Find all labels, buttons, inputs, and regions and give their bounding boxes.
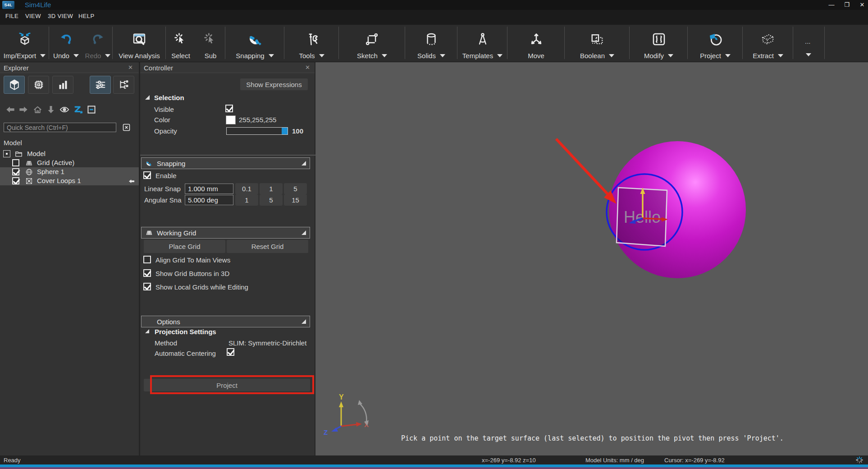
tab-analysis[interactable]: [52, 76, 73, 94]
tree-item-label[interactable]: Model: [27, 150, 46, 157]
forward-arrow-icon[interactable]: [18, 104, 29, 115]
tab-simulation[interactable]: [28, 76, 49, 94]
align-grid-checkbox[interactable]: [143, 256, 151, 263]
eye-icon[interactable]: [59, 104, 70, 115]
reset-grid-button[interactable]: Reset Grid: [227, 240, 308, 253]
tree-row-model[interactable]: Model: [0, 149, 139, 158]
toolbar-boolean[interactable]: Boolean: [580, 25, 614, 62]
toolbar-snapping[interactable]: Snapping: [236, 25, 274, 62]
toolbar-solids[interactable]: Solids: [417, 25, 445, 62]
chevron-down-icon[interactable]: [497, 54, 503, 57]
expander-icon[interactable]: [3, 150, 10, 157]
angular-preset-1-button[interactable]: 1: [235, 194, 258, 206]
toolbar-move[interactable]: Move: [528, 25, 544, 62]
maximize-button[interactable]: ❐: [842, 0, 852, 9]
group-collapse-icon[interactable]: [302, 319, 306, 324]
show-expressions-button[interactable]: Show Expressions: [240, 78, 308, 90]
section-collapse-icon[interactable]: [145, 95, 150, 100]
orientation-triad[interactable]: Y X Z: [324, 393, 369, 436]
angular-snap-input[interactable]: [185, 195, 233, 205]
chevron-down-icon[interactable]: [668, 54, 673, 57]
close-icon[interactable]: ✕: [305, 64, 310, 71]
tree-row-cover-loops[interactable]: Cover Loops 1: [0, 176, 139, 185]
tree-row-grid[interactable]: Grid (Active): [0, 158, 139, 167]
toolbar-sketch[interactable]: Sketch: [357, 25, 387, 62]
working-grid-group-header[interactable]: Working Grid: [141, 227, 310, 239]
show-local-grids-checkbox[interactable]: [143, 283, 151, 290]
method-value[interactable]: SLIM: Symmetric-Dirichlet: [228, 339, 306, 347]
group-collapse-icon[interactable]: [302, 161, 306, 166]
angular-preset-15-button[interactable]: 15: [284, 194, 307, 206]
overflow-dots[interactable]: ...: [805, 37, 811, 45]
chevron-down-icon[interactable]: [382, 54, 387, 57]
toolbar-sub-select[interactable]: Sub: [196, 25, 225, 62]
group-collapse-icon[interactable]: [302, 230, 306, 235]
tab-properties-tree[interactable]: [113, 76, 134, 94]
toolbar-undo[interactable]: Undo: [49, 25, 83, 62]
options-group-header[interactable]: Options: [141, 316, 310, 327]
snapping-group-header[interactable]: Snapping: [141, 157, 310, 169]
toolbar-modify[interactable]: Modify: [644, 25, 673, 62]
show-grid-buttons-checkbox[interactable]: [143, 269, 151, 277]
menu-file[interactable]: FILE: [5, 13, 18, 19]
chevron-down-icon[interactable]: [440, 54, 445, 57]
toolbar-imp-export[interactable]: Imp/Export: [4, 25, 46, 62]
chevron-down-icon[interactable]: [269, 54, 274, 57]
chevron-down-icon[interactable]: [778, 54, 783, 57]
chevron-down-icon[interactable]: [319, 54, 324, 57]
collapse-box-icon[interactable]: [86, 104, 97, 115]
angular-preset-5-button[interactable]: 5: [260, 194, 283, 206]
color-swatch[interactable]: [226, 115, 236, 124]
visible-checkbox[interactable]: [225, 105, 233, 112]
toolbar-select[interactable]: Select: [166, 25, 196, 62]
menu-bar: FILE VIEW 3D VIEW HELP: [0, 10, 868, 25]
visibility-checkbox[interactable]: [12, 168, 19, 175]
toolbar-templates[interactable]: Templates: [462, 25, 503, 62]
visibility-checkbox[interactable]: [12, 177, 19, 184]
tree-row-sphere[interactable]: Sphere 1: [0, 167, 139, 176]
close-button[interactable]: ✕: [857, 0, 867, 9]
section-collapse-icon[interactable]: [145, 329, 149, 333]
tree-item-label[interactable]: Sphere 1: [37, 168, 64, 175]
zoom-z-icon[interactable]: [73, 104, 84, 115]
linear-snap-input[interactable]: [185, 184, 233, 194]
chevron-down-icon[interactable]: [609, 54, 614, 57]
grid-icon: [145, 229, 153, 237]
viewport-3d[interactable]: Hello Y X Z Pick a point on the target s…: [315, 62, 868, 455]
toolbar-tools[interactable]: Tools: [299, 25, 324, 62]
linear-preset-5-button[interactable]: 5: [284, 183, 307, 194]
snapping-enable-checkbox[interactable]: [143, 171, 151, 179]
toolbar-project[interactable]: Project: [700, 25, 731, 62]
opacity-slider-handle[interactable]: [282, 128, 288, 134]
menu-view[interactable]: VIEW: [25, 13, 41, 19]
chevron-down-icon[interactable]: [105, 54, 110, 57]
toolbar-extract[interactable]: Extract: [753, 25, 783, 62]
tab-model[interactable]: [4, 76, 25, 94]
minimize-button[interactable]: —: [827, 0, 836, 9]
menu-3d-view[interactable]: 3D VIEW: [48, 13, 73, 19]
down-arrow-icon[interactable]: [45, 104, 57, 115]
home-icon[interactable]: [32, 104, 43, 115]
tab-controller[interactable]: [90, 76, 111, 94]
toolbar-redo[interactable]: Redo: [83, 25, 113, 62]
close-icon[interactable]: ✕: [128, 64, 133, 71]
chevron-down-icon[interactable]: [40, 54, 46, 57]
toolbar-view-analysis[interactable]: View Analysis: [119, 25, 160, 62]
menu-help[interactable]: HELP: [78, 13, 95, 19]
chevron-down-icon[interactable]: [806, 53, 811, 56]
automatic-centering-checkbox[interactable]: [227, 348, 234, 356]
chevron-down-icon[interactable]: [73, 54, 79, 57]
place-grid-button[interactable]: Place Grid: [144, 240, 225, 253]
search-clear-icon[interactable]: [122, 123, 131, 132]
opacity-slider[interactable]: [226, 127, 288, 135]
back-arrow-icon[interactable]: [5, 104, 16, 115]
linear-preset-01-button[interactable]: 0.1: [235, 183, 258, 194]
linear-preset-1-button[interactable]: 1: [260, 183, 283, 194]
tree-item-label[interactable]: Grid (Active): [37, 159, 74, 166]
visibility-checkbox[interactable]: [12, 159, 19, 166]
explorer-header: Explorer ✕: [0, 62, 139, 73]
search-input[interactable]: [4, 123, 116, 132]
toolbar-overflow[interactable]: ...: [793, 25, 825, 62]
tree-item-label[interactable]: Cover Loops 1: [37, 177, 81, 184]
chevron-down-icon[interactable]: [725, 54, 731, 57]
